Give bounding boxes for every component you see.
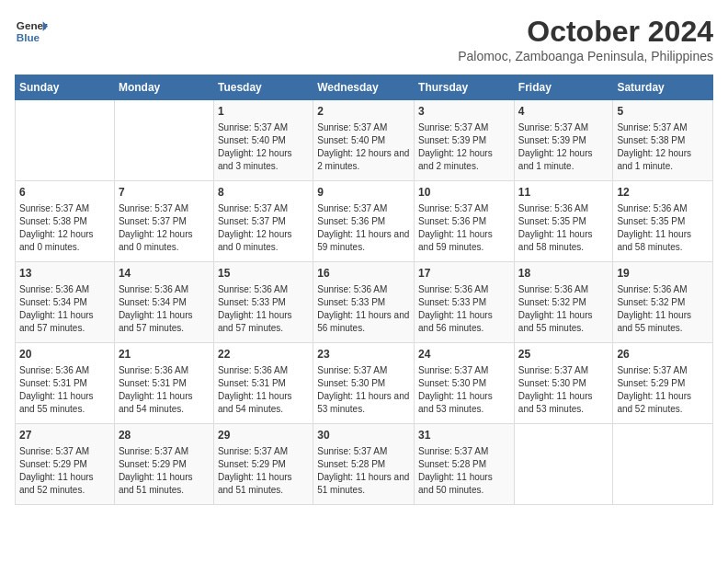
header-cell-sunday: Sunday [16,75,115,100]
header-row: SundayMondayTuesdayWednesdayThursdayFrid… [16,75,713,100]
cell-content: Sunrise: 5:37 AM Sunset: 5:30 PM Dayligh… [518,364,609,416]
cell-content: Sunrise: 5:37 AM Sunset: 5:36 PM Dayligh… [418,202,510,254]
calendar-cell: 29Sunrise: 5:37 AM Sunset: 5:29 PM Dayli… [213,424,313,505]
cell-content: Sunrise: 5:37 AM Sunset: 5:39 PM Dayligh… [518,121,609,173]
day-number: 13 [19,266,110,282]
calendar-cell [613,424,713,505]
calendar-cell [16,100,115,181]
week-row: 27Sunrise: 5:37 AM Sunset: 5:29 PM Dayli… [16,424,713,505]
cell-content: Sunrise: 5:37 AM Sunset: 5:38 PM Dayligh… [19,202,110,254]
day-number: 11 [518,185,609,201]
page-header: General Blue October 2024 Palomoc, Zambo… [15,15,713,63]
calendar-cell: 21Sunrise: 5:36 AM Sunset: 5:31 PM Dayli… [114,343,213,424]
calendar-cell: 27Sunrise: 5:37 AM Sunset: 5:29 PM Dayli… [16,424,115,505]
header-cell-thursday: Thursday [415,75,515,100]
day-number: 2 [317,104,410,120]
cell-content: Sunrise: 5:37 AM Sunset: 5:29 PM Dayligh… [218,445,309,497]
calendar-cell: 14Sunrise: 5:36 AM Sunset: 5:34 PM Dayli… [114,262,213,343]
calendar-cell: 16Sunrise: 5:36 AM Sunset: 5:33 PM Dayli… [313,262,415,343]
day-number: 25 [518,347,609,362]
calendar-cell: 23Sunrise: 5:37 AM Sunset: 5:30 PM Dayli… [313,343,415,424]
cell-content: Sunrise: 5:36 AM Sunset: 5:35 PM Dayligh… [617,202,709,254]
calendar-cell: 28Sunrise: 5:37 AM Sunset: 5:29 PM Dayli… [114,424,213,505]
cell-content: Sunrise: 5:36 AM Sunset: 5:32 PM Dayligh… [518,283,609,335]
calendar-cell: 18Sunrise: 5:36 AM Sunset: 5:32 PM Dayli… [514,262,613,343]
cell-content: Sunrise: 5:36 AM Sunset: 5:32 PM Dayligh… [617,283,709,335]
week-row: 1Sunrise: 5:37 AM Sunset: 5:40 PM Daylig… [16,100,713,181]
day-number: 30 [317,428,410,443]
day-number: 10 [418,185,510,201]
cell-content: Sunrise: 5:36 AM Sunset: 5:33 PM Dayligh… [317,283,410,335]
cell-content: Sunrise: 5:37 AM Sunset: 5:38 PM Dayligh… [617,121,709,173]
day-number: 4 [518,104,609,120]
cell-content: Sunrise: 5:36 AM Sunset: 5:33 PM Dayligh… [218,283,309,335]
calendar-cell: 6Sunrise: 5:37 AM Sunset: 5:38 PM Daylig… [16,181,115,262]
calendar-cell: 19Sunrise: 5:36 AM Sunset: 5:32 PM Dayli… [613,262,713,343]
day-number: 17 [418,266,510,282]
calendar-cell: 26Sunrise: 5:37 AM Sunset: 5:29 PM Dayli… [613,343,713,424]
day-number: 14 [119,266,210,282]
week-row: 13Sunrise: 5:36 AM Sunset: 5:34 PM Dayli… [16,262,713,343]
cell-content: Sunrise: 5:37 AM Sunset: 5:40 PM Dayligh… [218,121,309,173]
cell-content: Sunrise: 5:36 AM Sunset: 5:35 PM Dayligh… [518,202,609,254]
calendar-cell: 13Sunrise: 5:36 AM Sunset: 5:34 PM Dayli… [16,262,115,343]
day-number: 31 [418,428,510,443]
cell-content: Sunrise: 5:36 AM Sunset: 5:31 PM Dayligh… [218,364,309,416]
calendar-cell [514,424,613,505]
cell-content: Sunrise: 5:36 AM Sunset: 5:34 PM Dayligh… [119,283,210,335]
cell-content: Sunrise: 5:37 AM Sunset: 5:37 PM Dayligh… [218,202,309,254]
cell-content: Sunrise: 5:37 AM Sunset: 5:40 PM Dayligh… [317,121,410,173]
calendar-cell: 31Sunrise: 5:37 AM Sunset: 5:28 PM Dayli… [415,424,515,505]
day-number: 6 [19,185,110,201]
calendar-cell: 10Sunrise: 5:37 AM Sunset: 5:36 PM Dayli… [415,181,515,262]
cell-content: Sunrise: 5:37 AM Sunset: 5:30 PM Dayligh… [418,364,510,416]
day-number: 12 [617,185,709,201]
calendar-cell: 15Sunrise: 5:36 AM Sunset: 5:33 PM Dayli… [213,262,313,343]
cell-content: Sunrise: 5:36 AM Sunset: 5:31 PM Dayligh… [119,364,210,416]
day-number: 8 [218,185,309,201]
day-number: 26 [617,347,709,362]
cell-content: Sunrise: 5:37 AM Sunset: 5:29 PM Dayligh… [19,445,110,497]
day-number: 19 [617,266,709,282]
day-number: 23 [317,347,410,362]
month-title: October 2024 [458,15,713,49]
week-row: 6Sunrise: 5:37 AM Sunset: 5:38 PM Daylig… [16,181,713,262]
cell-content: Sunrise: 5:36 AM Sunset: 5:34 PM Dayligh… [19,283,110,335]
svg-text:Blue: Blue [17,31,40,43]
day-number: 28 [119,428,210,443]
calendar-cell: 5Sunrise: 5:37 AM Sunset: 5:38 PM Daylig… [613,100,713,181]
title-block: October 2024 Palomoc, Zamboanga Peninsul… [458,15,713,63]
calendar-cell: 4Sunrise: 5:37 AM Sunset: 5:39 PM Daylig… [514,100,613,181]
header-cell-saturday: Saturday [613,75,713,100]
cell-content: Sunrise: 5:37 AM Sunset: 5:29 PM Dayligh… [617,364,709,416]
calendar-cell: 24Sunrise: 5:37 AM Sunset: 5:30 PM Dayli… [415,343,515,424]
cell-content: Sunrise: 5:37 AM Sunset: 5:37 PM Dayligh… [119,202,210,254]
calendar-cell: 20Sunrise: 5:36 AM Sunset: 5:31 PM Dayli… [16,343,115,424]
cell-content: Sunrise: 5:37 AM Sunset: 5:36 PM Dayligh… [317,202,410,254]
day-number: 3 [418,104,510,120]
header-cell-friday: Friday [514,75,613,100]
day-number: 21 [119,347,210,362]
logo: General Blue [15,15,48,48]
day-number: 20 [19,347,110,362]
cell-content: Sunrise: 5:37 AM Sunset: 5:39 PM Dayligh… [418,121,510,173]
cell-content: Sunrise: 5:37 AM Sunset: 5:28 PM Dayligh… [317,445,410,497]
calendar-cell: 2Sunrise: 5:37 AM Sunset: 5:40 PM Daylig… [313,100,415,181]
day-number: 9 [317,185,410,201]
cell-content: Sunrise: 5:37 AM Sunset: 5:30 PM Dayligh… [317,364,410,416]
week-row: 20Sunrise: 5:36 AM Sunset: 5:31 PM Dayli… [16,343,713,424]
day-number: 1 [218,104,309,120]
calendar-cell: 8Sunrise: 5:37 AM Sunset: 5:37 PM Daylig… [213,181,313,262]
logo-icon: General Blue [15,15,48,48]
cell-content: Sunrise: 5:36 AM Sunset: 5:33 PM Dayligh… [418,283,510,335]
calendar-cell: 1Sunrise: 5:37 AM Sunset: 5:40 PM Daylig… [213,100,313,181]
calendar-cell: 30Sunrise: 5:37 AM Sunset: 5:28 PM Dayli… [313,424,415,505]
day-number: 29 [218,428,309,443]
day-number: 15 [218,266,309,282]
calendar-table: SundayMondayTuesdayWednesdayThursdayFrid… [15,75,713,505]
calendar-cell: 3Sunrise: 5:37 AM Sunset: 5:39 PM Daylig… [415,100,515,181]
header-cell-monday: Monday [114,75,213,100]
day-number: 24 [418,347,510,362]
calendar-cell: 22Sunrise: 5:36 AM Sunset: 5:31 PM Dayli… [213,343,313,424]
header-cell-tuesday: Tuesday [213,75,313,100]
